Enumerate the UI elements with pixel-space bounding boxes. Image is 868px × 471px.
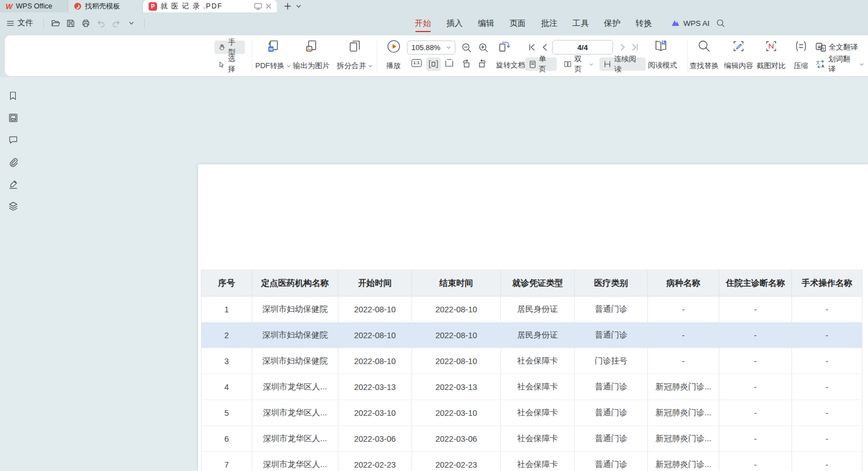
sidebar-thumbnails-button[interactable] [7, 111, 19, 124]
compress-button[interactable]: 压缩 [789, 39, 813, 73]
print-button[interactable] [79, 16, 93, 30]
menu-tab-5[interactable]: 工具 [572, 12, 589, 34]
table-cell: 新冠肺炎门诊... [648, 452, 719, 471]
previous-page-icon [541, 43, 549, 51]
new-tab-icon[interactable] [284, 2, 292, 10]
sidebar-signature-button[interactable] [7, 178, 19, 190]
table-cell: - [648, 322, 719, 348]
page-number-input[interactable]: 4/4 [552, 40, 613, 55]
rotate-left-button[interactable] [461, 59, 471, 68]
table-header-row: 序号定点医药机构名称开始时间结束时间就诊凭证类型医疗类别病种名称住院主诊断名称手… [202, 270, 862, 297]
rotate-right-button[interactable] [478, 59, 487, 68]
table-row: 7深圳市龙华区人...2022-02-232022-02-23社会保障卡普通门诊… [202, 452, 862, 471]
tab-wps-office[interactable]: W WPS Office [0, 0, 68, 12]
chevron-down-icon [446, 46, 451, 49]
compress-icon [794, 39, 808, 53]
play-button[interactable]: 播放 [381, 39, 406, 73]
double-page-button[interactable]: 双页 [560, 57, 597, 71]
zoom-in-button[interactable] [478, 42, 489, 53]
sidebar-layers-button[interactable] [7, 200, 19, 212]
table-cell: 深圳市龙华区人... [252, 400, 338, 426]
menu-tab-6[interactable]: 保护 [604, 12, 620, 34]
edit-content-label: 编辑内容 [724, 61, 753, 71]
table-cell: 2 [202, 322, 252, 348]
single-page-button[interactable]: 单页 [525, 57, 557, 71]
zoom-level-select[interactable]: 105.88% [407, 41, 455, 55]
menu-search-button[interactable] [716, 19, 725, 28]
word-translate-button[interactable]: 文 A 划词翻译 [816, 57, 868, 71]
layers-icon [8, 201, 19, 212]
table-cell: 6 [202, 426, 252, 452]
fit-page-button[interactable] [444, 59, 454, 68]
menu-tab-2[interactable]: 编辑 [478, 12, 494, 34]
one-to-one-icon: 1:1 [411, 59, 422, 67]
tab-label: WPS Office [16, 2, 52, 10]
split-merge-icon [348, 39, 362, 53]
table-cell: - [792, 400, 862, 426]
pdf-page[interactable]: 序号定点医药机构名称开始时间结束时间就诊凭证类型医疗类别病种名称住院主诊断名称手… [198, 164, 868, 471]
export-image-button[interactable]: 输出为图片 [290, 39, 333, 73]
tab-label: 找稻壳模板 [85, 2, 120, 11]
open-file-button[interactable] [48, 16, 62, 30]
last-page-button[interactable] [631, 43, 639, 51]
menu-tab-0[interactable]: 开始 [415, 12, 431, 34]
svg-text:文: 文 [821, 47, 825, 51]
first-page-button[interactable] [528, 43, 536, 51]
continuous-reading-button[interactable]: 连续阅读 [599, 57, 646, 71]
table-cell: 3 [202, 348, 252, 374]
undo-button[interactable] [94, 16, 108, 30]
menu-tab-1[interactable]: 插入 [446, 12, 463, 34]
close-tab-icon[interactable] [266, 3, 271, 9]
fit-width-button[interactable] [426, 57, 441, 71]
sidebar-bookmark-button[interactable] [7, 89, 19, 102]
file-menu-button[interactable]: 文件 [7, 18, 33, 28]
edit-content-button[interactable]: 编辑内容 [722, 39, 755, 73]
undo-icon [96, 20, 106, 27]
table-cell: 2022-08-10 [412, 348, 501, 374]
continuous-icon [603, 60, 611, 68]
next-page-icon [619, 43, 627, 51]
zoom-out-icon [461, 42, 472, 53]
select-tool-label: 选择 [228, 54, 241, 74]
menu-tab-7[interactable]: 转换 [636, 12, 652, 34]
zoom-out-button[interactable] [461, 42, 472, 53]
split-merge-button[interactable]: 拆分合并 [335, 39, 374, 73]
menu-tab-3[interactable]: 页面 [509, 12, 526, 34]
table-cell: 深圳市龙华区人... [252, 452, 338, 471]
quickbar-more-button[interactable] [124, 16, 138, 30]
independent-window-icon[interactable] [254, 3, 262, 10]
rotate-pages-button[interactable] [497, 40, 511, 54]
rotate-doc-label[interactable]: 旋转文档 [496, 60, 525, 70]
menu-bar: 文件 开始插入编辑页面批注工具保护转换 WPS [0, 12, 868, 34]
table-cell: 新冠肺炎门诊... [648, 426, 719, 452]
wps-ai-button[interactable]: WPS AI [671, 12, 710, 34]
pdf-convert-button[interactable]: W PDF转换 [254, 39, 292, 73]
print-icon [82, 19, 90, 28]
sidebar-attachment-button[interactable] [7, 156, 19, 168]
full-translate-button[interactable]: A 文 全文翻译 [816, 41, 862, 54]
table-cell: - [792, 374, 862, 400]
table-cell: 普通门诊 [575, 452, 648, 471]
toolbar: 手型 选择 W PDF转换 输出为图片 [5, 35, 868, 77]
tab-document[interactable]: P 就 医 记 录 .PDF [143, 0, 277, 12]
table-cell: 新冠肺炎门诊... [648, 374, 719, 400]
find-replace-button[interactable]: 查找替换 [688, 39, 721, 73]
screenshot-compare-button[interactable]: 截图对比 [755, 39, 788, 73]
hand-tool-button[interactable]: 手型 [214, 41, 245, 54]
previous-page-button[interactable] [541, 43, 549, 51]
sidebar-comment-button[interactable] [7, 133, 19, 146]
read-mode-icon-button[interactable] [654, 39, 668, 53]
select-tool-button[interactable]: 选择 [214, 57, 245, 71]
read-mode-label[interactable]: 阅读模式 [648, 60, 677, 70]
table-cell: 社会保障卡 [501, 452, 575, 471]
tab-list-chevron-icon[interactable] [296, 5, 301, 8]
menu-tab-4[interactable]: 批注 [541, 12, 557, 34]
tab-docer-templates[interactable]: 找稻壳模板 [68, 0, 143, 12]
save-button[interactable] [64, 16, 78, 30]
actual-size-button[interactable]: 1:1 [411, 59, 422, 67]
table-cell: 2022-03-10 [338, 400, 412, 426]
column-header: 结束时间 [412, 270, 501, 297]
next-page-button[interactable] [619, 43, 627, 51]
file-menu-label: 文件 [17, 18, 33, 28]
redo-button[interactable] [109, 16, 123, 30]
